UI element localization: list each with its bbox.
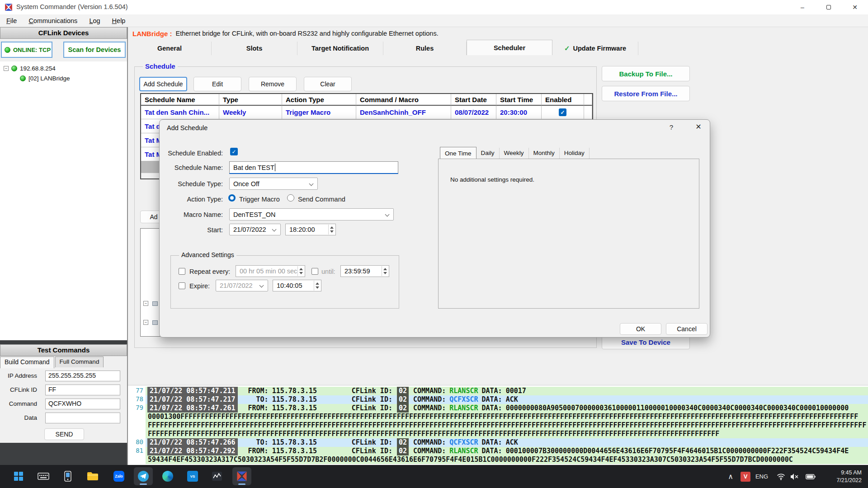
scan-for-devices-button[interactable]: Scan for Devices xyxy=(63,42,126,58)
start-date-picker[interactable]: 21/07/2022 xyxy=(229,224,281,235)
tab-full-command[interactable]: Full Command xyxy=(55,357,104,367)
menu-item-communications[interactable]: Communications xyxy=(28,17,77,24)
taskbar-keyboard-icon[interactable] xyxy=(34,467,53,485)
spin-down-icon[interactable] xyxy=(316,286,319,289)
repeat-every-label: Repeat every: xyxy=(189,268,230,275)
log-row-body: 21/07/22 08:57:47.261FROM:115.78.3.15CFL… xyxy=(146,404,868,438)
spinner-buttons[interactable] xyxy=(328,225,335,235)
add-schedule-button[interactable]: Add Schedule xyxy=(139,77,187,91)
table-row[interactable]: Tat den Sanh Chin...WeeklyTrigger MacroD… xyxy=(141,106,592,119)
taskbar-clock[interactable]: 9:45 AM 7/21/2022 xyxy=(836,465,862,488)
spinner-buttons[interactable] xyxy=(314,281,321,291)
taskbar-start-icon[interactable] xyxy=(9,467,28,485)
maximize-icon xyxy=(826,5,831,9)
maximize-button[interactable] xyxy=(816,0,842,14)
until-checkbox[interactable] xyxy=(311,268,318,275)
dialog-tab-monthly[interactable]: Monthly xyxy=(529,148,560,159)
volume-muted-icon[interactable] xyxy=(788,465,801,488)
expand-icon[interactable]: − xyxy=(143,320,148,325)
log-row[interactable]: 8121/07/22 08:57:47.292FROM:115.78.3.15C… xyxy=(128,447,868,464)
taskbar-system-commander-icon[interactable] xyxy=(232,467,251,485)
tree-node-ip[interactable]: −192.68.8.254 xyxy=(4,65,56,72)
dialog-tab-daily[interactable]: Daily xyxy=(476,148,500,159)
trigger-macro-radio[interactable] xyxy=(228,194,236,202)
tab-general[interactable]: General xyxy=(128,42,212,55)
start-time-spinner[interactable]: 18:20:00 xyxy=(285,224,336,235)
spin-up-icon[interactable] xyxy=(383,268,387,270)
language-indicator[interactable]: ENG xyxy=(754,465,769,488)
taskbar-vscode-icon[interactable]: VS xyxy=(183,467,202,485)
dialog-tab-one-time[interactable]: One Time xyxy=(440,147,476,159)
taskbar-touch-device-icon[interactable] xyxy=(58,467,77,485)
backup-to-file-button[interactable]: Backup To File... xyxy=(602,66,690,81)
macro-name-select[interactable]: DenTEST_ON xyxy=(229,208,394,221)
cancel-button[interactable]: Cancel xyxy=(666,323,708,335)
expire-time-spinner[interactable]: 10:40:05 xyxy=(273,280,321,291)
no-settings-message: No additional settings required. xyxy=(450,176,534,183)
spin-down-icon[interactable] xyxy=(383,272,387,274)
dialog-close-icon[interactable]: ✕ xyxy=(692,122,705,131)
clear-button[interactable]: Clear xyxy=(304,77,352,91)
log-row[interactable]: 8021/07/22 08:57:47.266TO:115.78.3.15CFL… xyxy=(128,438,868,447)
expire-checkbox[interactable] xyxy=(179,282,185,289)
spin-up-icon[interactable] xyxy=(330,226,334,229)
ok-button[interactable]: OK xyxy=(620,323,661,335)
minimize-button[interactable]: – xyxy=(789,0,816,14)
collapse-icon[interactable]: − xyxy=(4,66,9,71)
field-input-ip-address[interactable]: 255.255.255.255 xyxy=(45,371,120,381)
until-time-spinner[interactable]: 23:59:59 xyxy=(340,265,389,277)
taskbar-edge-icon[interactable] xyxy=(158,467,177,485)
repeat-every-checkbox[interactable] xyxy=(179,268,185,275)
spin-down-icon[interactable] xyxy=(330,230,334,233)
hidden-icons-chevron[interactable]: ∧ xyxy=(725,465,736,488)
remove-button[interactable]: Remove xyxy=(249,77,297,91)
dialog-help-icon[interactable]: ? xyxy=(666,123,677,131)
taskbar-zalo-icon[interactable]: Zalo xyxy=(109,467,128,485)
field-input-cflink-id[interactable]: FF xyxy=(45,385,120,395)
log-command-name: RLANSCR xyxy=(449,387,478,395)
add-schedule-dialog: Add Schedule ? ✕ Schedule Enabled: ✓ Sch… xyxy=(159,119,710,338)
schedule-type-select[interactable]: Once Off xyxy=(229,178,318,190)
enabled-checkbox[interactable]: ✓ xyxy=(559,108,566,116)
spin-up-icon[interactable] xyxy=(316,282,319,285)
restore-from-file-button[interactable]: Restore From File... xyxy=(602,86,690,101)
ime-indicator[interactable]: V xyxy=(740,465,751,488)
field-input-command[interactable]: QCFXWHO xyxy=(45,399,120,409)
tree-node-lanbridge[interactable]: [02] LANBridge xyxy=(20,75,70,82)
schedule-enabled-checkbox[interactable]: ✓ xyxy=(230,148,238,155)
macro-tree-expander[interactable]: − xyxy=(143,301,158,306)
field-label-cflink-id: CFLink ID xyxy=(0,386,37,393)
edit-button[interactable]: Edit xyxy=(193,77,241,91)
log-row[interactable]: 7921/07/22 08:57:47.261FROM:115.78.3.15C… xyxy=(128,404,868,438)
field-input-data[interactable] xyxy=(45,413,120,423)
send-button[interactable]: SEND xyxy=(44,428,84,440)
log-row[interactable]: 7721/07/22 08:57:47.211FROM:115.78.3.15C… xyxy=(128,387,868,395)
cell-enabled[interactable]: ✓ xyxy=(542,106,584,119)
battery-icon[interactable] xyxy=(804,465,817,488)
dialog-tab-holiday[interactable]: Holiday xyxy=(560,148,590,159)
tab-rules[interactable]: Rules xyxy=(383,42,467,55)
log-row[interactable]: 7821/07/22 08:57:47.217TO:115.78.3.15CFL… xyxy=(128,395,868,404)
expand-icon[interactable]: − xyxy=(143,301,148,306)
log-row-body: 21/07/22 08:57:47.266TO:115.78.3.15CFLin… xyxy=(146,438,868,447)
tab-update-firmware[interactable]: ✓Update Firmware xyxy=(552,42,638,55)
wifi-icon[interactable] xyxy=(775,465,787,488)
spinner-buttons[interactable] xyxy=(382,266,388,276)
menu-item-log[interactable]: Log xyxy=(89,17,100,24)
tab-slots[interactable]: Slots xyxy=(212,42,297,55)
taskbar-waveform-app-icon[interactable] xyxy=(208,467,226,485)
taskbar-telegram-icon[interactable] xyxy=(134,467,153,485)
close-button[interactable]: ✕ xyxy=(842,0,868,14)
taskbar-file-explorer-icon[interactable] xyxy=(83,467,102,485)
send-command-radio[interactable] xyxy=(287,194,294,202)
schedule-name-input[interactable]: Bat den TEST xyxy=(229,161,398,174)
online-status-button[interactable]: ONLINE: TCP xyxy=(1,42,52,58)
menu-item-help[interactable]: Help xyxy=(112,17,126,24)
tab-scheduler[interactable]: Scheduler xyxy=(467,40,552,55)
tab-target-notification[interactable]: Target Notification xyxy=(297,42,383,55)
macro-tree-expander[interactable]: − xyxy=(143,320,158,325)
menu-item-file[interactable]: File xyxy=(6,17,17,24)
communications-log[interactable]: 7721/07/22 08:57:47.211FROM:115.78.3.15C… xyxy=(128,385,868,465)
tab-build-command[interactable]: Build Command xyxy=(0,357,54,368)
dialog-tab-weekly[interactable]: Weekly xyxy=(500,148,529,159)
